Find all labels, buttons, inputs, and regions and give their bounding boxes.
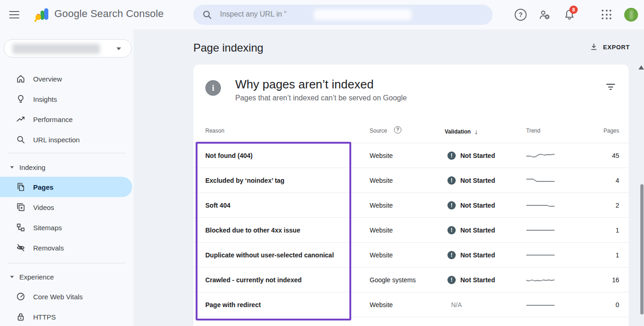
filter-icon[interactable] bbox=[606, 84, 615, 91]
notification-badge: 8 bbox=[569, 6, 578, 14]
pages-count-cell: 45 bbox=[612, 152, 619, 159]
pages-count-cell: 1 bbox=[615, 227, 619, 234]
pages-count-cell: 2 bbox=[615, 202, 619, 209]
validation-cell: Not Started bbox=[460, 276, 495, 284]
url-inspect-search-input[interactable]: Inspect any URL in “ bbox=[193, 5, 493, 25]
reason-cell: Excluded by ‘noindex’ tag bbox=[205, 177, 284, 184]
validation-not-started-icon: ! bbox=[447, 251, 456, 259]
pages-count-cell: 1 bbox=[615, 251, 619, 259]
divider bbox=[7, 153, 125, 153]
table-row-excluded-noindex[interactable]: Excluded by ‘noindex’ tag Website ! Not … bbox=[193, 168, 629, 192]
validation-cell: Not Started bbox=[460, 152, 495, 159]
reason-cell: Duplicate without user-selected canonica… bbox=[205, 251, 334, 259]
reason-cell: Blocked due to other 4xx issue bbox=[205, 227, 300, 234]
property-selector[interactable] bbox=[4, 39, 132, 58]
validation-not-started-icon: ! bbox=[447, 276, 456, 284]
download-icon bbox=[589, 42, 598, 52]
table-row-page-with-redirect[interactable]: Page with redirect Website N/A 0 bbox=[193, 292, 629, 317]
column-header-reason[interactable]: Reason bbox=[205, 128, 224, 134]
pages-count-cell: 0 bbox=[615, 301, 619, 309]
table-row-not-found-404[interactable]: Not found (404) Website ! Not Started 45 bbox=[193, 143, 629, 168]
pages-count-cell: 4 bbox=[615, 177, 619, 184]
sidebar-item-overview[interactable]: Overview bbox=[0, 69, 132, 89]
trend-sparkline bbox=[526, 151, 555, 160]
sidebar-item-removals[interactable]: Removals bbox=[0, 238, 132, 258]
column-header-trend[interactable]: Trend bbox=[526, 128, 540, 134]
sidebar: Overview Insights Performance URL inspec… bbox=[0, 29, 133, 326]
main-content: Page indexing EXPORT i Why pages aren’t … bbox=[133, 29, 644, 326]
section-experience[interactable]: Experience bbox=[0, 268, 132, 286]
sidebar-item-url-inspection[interactable]: URL inspection bbox=[0, 129, 132, 150]
reason-cell: Soft 404 bbox=[205, 202, 230, 209]
redacted-domain bbox=[314, 9, 412, 20]
chevron-down-icon bbox=[10, 276, 14, 278]
lock-icon bbox=[16, 312, 26, 322]
speedometer-icon bbox=[16, 291, 26, 302]
sidebar-item-sitemaps[interactable]: Sitemaps bbox=[0, 217, 132, 238]
scrollbar-thumb[interactable] bbox=[640, 184, 644, 314]
video-icon bbox=[16, 202, 26, 212]
info-icon: i bbox=[205, 80, 221, 96]
card-subtitle: Pages that aren’t indexed can’t be serve… bbox=[235, 94, 407, 102]
validation-cell: Not Started bbox=[460, 177, 495, 184]
column-header-source[interactable]: Source bbox=[370, 128, 387, 134]
source-cell: Website bbox=[370, 301, 393, 309]
issues-table: Not found (404) Website ! Not Started 45… bbox=[193, 143, 629, 317]
search-icon bbox=[16, 134, 26, 145]
column-header-validation[interactable]: Validation ↓ bbox=[445, 128, 478, 135]
column-header-pages[interactable]: Pages bbox=[603, 128, 619, 134]
sidebar-item-performance[interactable]: Performance bbox=[0, 109, 132, 129]
source-cell: Website bbox=[370, 177, 393, 184]
sidebar-item-pages[interactable]: Pages bbox=[0, 177, 132, 197]
trend-sparkline bbox=[526, 176, 555, 185]
trend-sparkline bbox=[526, 226, 555, 234]
table-row-crawled-not-indexed[interactable]: Crawled - currently not indexed Google s… bbox=[193, 267, 629, 292]
reason-cell: Not found (404) bbox=[205, 152, 253, 159]
column-header-label: Validation bbox=[445, 128, 471, 135]
sidebar-item-core-web-vitals[interactable]: Core Web Vitals bbox=[0, 286, 132, 307]
redacted-property-name bbox=[12, 44, 100, 54]
source-cell: Website bbox=[370, 227, 393, 234]
trend-sparkline bbox=[526, 201, 555, 210]
sidebar-item-insights[interactable]: Insights bbox=[0, 89, 132, 109]
chevron-down-icon bbox=[10, 166, 14, 169]
home-icon bbox=[16, 74, 26, 84]
sidebar-item-label: Performance bbox=[33, 116, 73, 123]
google-search-console-app: Google Search Console Inspect any URL in… bbox=[0, 0, 644, 326]
validation-not-started-icon: ! bbox=[447, 176, 456, 185]
source-cell: Website bbox=[370, 251, 393, 259]
validation-cell: Not Started bbox=[460, 251, 495, 259]
section-indexing[interactable]: Indexing bbox=[0, 158, 132, 176]
trend-sparkline bbox=[526, 251, 555, 259]
source-help-icon[interactable]: ? bbox=[394, 126, 401, 134]
help-icon[interactable]: ? bbox=[515, 9, 527, 21]
table-row-soft-404[interactable]: Soft 404 Website ! Not Started 2 bbox=[193, 192, 629, 217]
export-label: EXPORT bbox=[603, 44, 630, 51]
sort-down-arrow-icon: ↓ bbox=[475, 128, 478, 135]
sidebar-item-label: Core Web Vitals bbox=[33, 293, 83, 301]
sidebar-item-https[interactable]: HTTPS bbox=[0, 307, 132, 326]
user-avatar[interactable] bbox=[624, 8, 638, 22]
chevron-down-icon bbox=[116, 47, 121, 50]
sidebar-item-label: Videos bbox=[33, 204, 54, 211]
validation-cell: Not Started bbox=[460, 227, 495, 234]
table-bottom-divider bbox=[193, 317, 629, 317]
sidebar-item-videos[interactable]: Videos bbox=[0, 197, 132, 217]
section-label: Indexing bbox=[19, 163, 46, 171]
apps-grid-icon[interactable] bbox=[602, 10, 612, 20]
table-row-duplicate-canonical[interactable]: Duplicate without user-selected canonica… bbox=[193, 242, 629, 267]
hamburger-menu-icon[interactable] bbox=[9, 11, 19, 18]
validation-not-started-icon: ! bbox=[447, 151, 456, 160]
sidebar-item-label: Pages bbox=[33, 183, 53, 191]
reason-cell: Crawled - currently not indexed bbox=[205, 276, 302, 284]
trend-sparkline bbox=[526, 276, 555, 284]
card-title: Why pages aren’t indexed bbox=[235, 77, 374, 92]
divider bbox=[7, 263, 125, 263]
export-button[interactable]: EXPORT bbox=[589, 42, 630, 52]
why-pages-arent-indexed-card: i Why pages aren’t indexed Pages that ar… bbox=[193, 64, 629, 326]
validation-cell: N/A bbox=[451, 301, 462, 309]
manage-accounts-icon[interactable] bbox=[539, 9, 551, 21]
table-row-blocked-4xx[interactable]: Blocked due to other 4xx issue Website !… bbox=[193, 217, 629, 242]
app-title: Google Search Console bbox=[54, 8, 164, 20]
sidebar-item-label: Sitemaps bbox=[33, 224, 62, 232]
